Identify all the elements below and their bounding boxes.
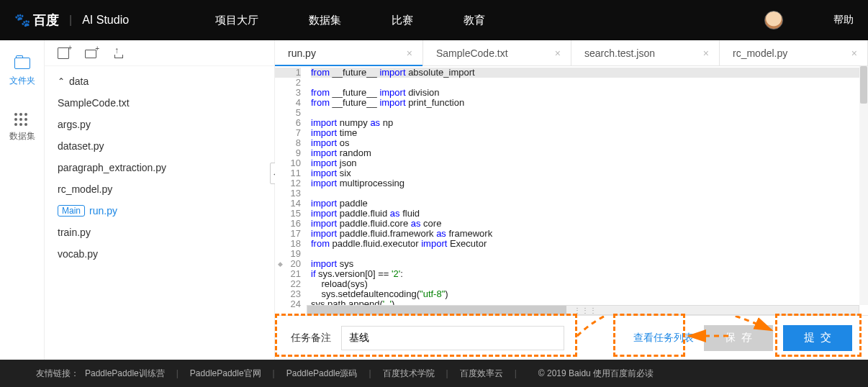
tree-folder-data[interactable]: ⌃data <box>55 70 274 92</box>
footer-link[interactable]: PaddlePaddle训练营 <box>85 368 165 380</box>
action-bar: 任务备注 查看任务列表 保存 提交 <box>275 315 868 360</box>
tab-run-py[interactable]: run.py× <box>275 40 423 65</box>
submit-button[interactable]: 提交 <box>783 325 852 351</box>
task-note-label: 任务备注 <box>291 332 331 345</box>
footer: 友情链接： PaddlePaddle训练营| PaddlePaddle官网| P… <box>0 360 868 387</box>
chevron-down-icon: ⌃ <box>58 76 65 86</box>
code-content[interactable]: from __future__ import absolute_import f… <box>307 66 868 315</box>
new-file-icon[interactable] <box>58 47 69 59</box>
file-toolbar <box>45 40 274 66</box>
line-gutter: 123456789101112131415161718192021222324 <box>275 66 307 315</box>
save-button[interactable]: 保存 <box>704 325 773 351</box>
tree-file[interactable]: rc_model.py <box>55 178 274 200</box>
h-scrollbar[interactable]: ⋮⋮⋮ <box>307 305 859 315</box>
rail-datasets[interactable]: 数据集 <box>9 113 35 142</box>
logo-separator: | <box>69 14 72 27</box>
avatar[interactable] <box>764 11 783 29</box>
tab-samplecode[interactable]: SampleCode.txt× <box>423 40 571 65</box>
new-folder-icon[interactable] <box>85 50 96 58</box>
paw-icon: 🐾 <box>14 12 30 28</box>
rail-datasets-label: 数据集 <box>9 130 35 142</box>
view-task-list-link[interactable]: 查看任务列表 <box>633 332 694 345</box>
v-scrollbar[interactable] <box>859 66 868 305</box>
logo-product: AI Studio <box>82 14 129 27</box>
logo-brand: 百度 <box>33 12 59 29</box>
footer-label: 友情链接： <box>36 368 79 380</box>
tree-file[interactable]: args.py <box>55 114 274 135</box>
side-rail: 文件夹 数据集 <box>0 40 45 360</box>
task-note-input[interactable] <box>341 326 564 350</box>
file-panel: ⌃data SampleCode.txt args.py dataset.py … <box>45 40 275 360</box>
help-link[interactable]: 帮助 <box>833 14 854 27</box>
footer-link[interactable]: PaddlePaddle源码 <box>286 368 358 380</box>
editor: ◂ run.py× SampleCode.txt× search.test.js… <box>275 40 868 360</box>
close-icon[interactable]: × <box>703 47 709 59</box>
rail-files[interactable]: 文件夹 <box>9 58 35 87</box>
tree-file[interactable]: vocab.py <box>55 243 274 265</box>
nav-items: 项目大厅 数据集 比赛 教育 <box>215 14 485 27</box>
editor-tabs: run.py× SampleCode.txt× search.test.json… <box>275 40 868 66</box>
nav-education[interactable]: 教育 <box>464 14 485 27</box>
tab-search-json[interactable]: search.test.json× <box>571 40 720 65</box>
tree-file[interactable]: paragraph_extraction.py <box>55 157 274 178</box>
tab-rc-model[interactable]: rc_model.py× <box>720 40 868 65</box>
tree-file[interactable]: SampleCode.txt <box>55 92 274 114</box>
folder-icon <box>14 58 30 69</box>
nav-projects[interactable]: 项目大厅 <box>215 14 258 27</box>
tree-file[interactable]: train.py <box>55 222 274 243</box>
footer-link[interactable]: PaddlePaddle官网 <box>190 368 261 380</box>
file-tree: ⌃data SampleCode.txt args.py dataset.py … <box>45 66 274 360</box>
footer-link[interactable]: 百度技术学院 <box>383 368 435 380</box>
top-nav: 🐾百度 | AI Studio 项目大厅 数据集 比赛 教育 帮助 <box>0 0 868 40</box>
footer-link[interactable]: 百度效率云 <box>460 368 503 380</box>
rail-files-label: 文件夹 <box>9 75 35 87</box>
grid-icon <box>14 113 30 126</box>
logo[interactable]: 🐾百度 | AI Studio <box>14 12 129 29</box>
close-icon[interactable]: × <box>555 47 561 59</box>
close-icon[interactable]: × <box>407 47 412 59</box>
code-area[interactable]: 123456789101112131415161718192021222324 … <box>275 66 868 315</box>
main-badge: Main <box>58 205 85 217</box>
upload-icon[interactable] <box>112 47 124 59</box>
nav-datasets[interactable]: 数据集 <box>309 14 341 27</box>
close-icon[interactable]: × <box>851 47 857 59</box>
tree-file-active[interactable]: Mainrun.py <box>55 200 274 222</box>
footer-copyright: © 2019 Baidu 使用百度前必读 <box>538 368 654 380</box>
nav-competition[interactable]: 比赛 <box>392 14 413 27</box>
tree-file[interactable]: dataset.py <box>55 135 274 157</box>
